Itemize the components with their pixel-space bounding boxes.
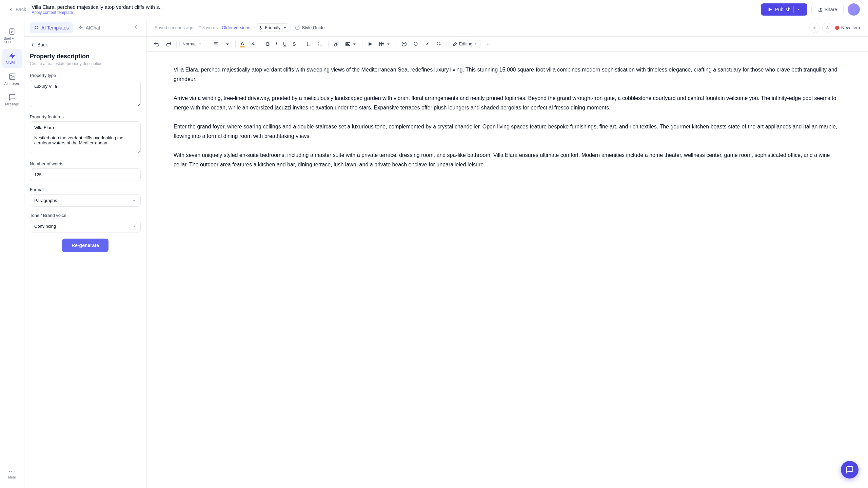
strikethrough-button[interactable]: S: [290, 40, 298, 48]
field-property-type: Property type Luxury Villa: [30, 73, 141, 108]
topbar-title-area: Villa Elara, perched majestically atop v…: [32, 4, 755, 15]
editing-selector[interactable]: Editing: [450, 40, 480, 48]
regenerate-button[interactable]: Re-generate: [62, 239, 108, 252]
word-count: 213 words: [197, 25, 218, 30]
image-button[interactable]: [343, 40, 359, 48]
format-select-wrap: Paragraphs Bullet Points Numbered List: [30, 194, 141, 207]
field-tone: Tone / Brand voice Convincing Profession…: [30, 213, 141, 232]
tab-ai-templates[interactable]: AI Templates: [30, 22, 73, 33]
chevron-down-icon: [796, 7, 801, 12]
align-chevron-button[interactable]: [222, 40, 233, 48]
divider: [793, 6, 794, 13]
new-item-badge: New Item: [835, 25, 860, 30]
special-chars-button[interactable]: [411, 40, 421, 48]
share-label: Share: [825, 7, 837, 12]
field-property-features: Property features Villa Elara Nestled at…: [30, 114, 141, 155]
format-selector[interactable]: Normal: [179, 40, 205, 48]
apply-template-link[interactable]: Apply content template: [32, 10, 755, 15]
svg-point-8: [307, 42, 308, 43]
svg-rect-5: [260, 26, 261, 28]
numbered-list-icon: 123: [318, 41, 323, 47]
chevron-left-icon: [133, 24, 139, 30]
friendly-selector[interactable]: Friendly: [254, 23, 291, 32]
tab-ai-chat-label: AIChat: [86, 25, 100, 30]
panel-back-button[interactable]: Back: [30, 42, 141, 47]
property-features-input[interactable]: Villa Elara Nestled atop the verdant cli…: [30, 121, 141, 154]
sidebar-item-message[interactable]: Message: [2, 90, 22, 109]
chevron-down-icon: [198, 42, 202, 46]
svg-rect-17: [380, 42, 384, 46]
publish-label: Publish: [775, 7, 791, 12]
table-icon: [379, 41, 384, 47]
redo-button[interactable]: [163, 40, 174, 48]
text-color-button[interactable]: A: [238, 40, 246, 48]
tab-ai-chat[interactable]: AIChat: [74, 22, 104, 33]
quote-button[interactable]: [434, 40, 444, 48]
divider: [396, 41, 396, 47]
bullet-list-button[interactable]: [304, 40, 314, 48]
emoji-button[interactable]: [399, 40, 409, 48]
play-button[interactable]: [365, 40, 375, 48]
property-type-input[interactable]: Luxury Villa: [30, 80, 141, 107]
bold-button[interactable]: B: [264, 40, 272, 48]
svg-point-9: [307, 44, 308, 44]
main-layout: Brief + SEO AI Writer AI Images Message …: [0, 19, 868, 488]
sidebar-label-more: More: [8, 475, 16, 479]
chevron-down-icon: [225, 41, 230, 47]
back-button[interactable]: Back: [8, 7, 26, 12]
text-color-label: A: [241, 41, 244, 46]
sidebar-label-ai-writer: AI Writer: [5, 61, 19, 65]
avatar[interactable]: [848, 3, 860, 16]
numbered-list-button[interactable]: 123: [315, 40, 326, 48]
bullet-list-icon: [306, 41, 312, 47]
undo-button[interactable]: [152, 40, 162, 48]
back-label: Back: [16, 7, 26, 12]
sidebar-item-more[interactable]: ··· More: [2, 465, 22, 483]
panel: AI Templates AIChat Back Property descri…: [24, 19, 146, 488]
svg-point-21: [486, 43, 486, 44]
older-versions-link[interactable]: Older versions: [222, 25, 250, 30]
sidebar-item-ai-images[interactable]: AI Images: [2, 69, 22, 89]
number-of-words-input[interactable]: [30, 168, 141, 181]
sidebar-label-message: Message: [5, 102, 19, 106]
style-guide-link[interactable]: Style Guide: [295, 25, 324, 30]
underline-button[interactable]: U: [281, 40, 289, 48]
chat-bubble-button[interactable]: [841, 461, 859, 479]
highlight-button[interactable]: [248, 40, 258, 48]
tone-select[interactable]: Convincing Professional Friendly Casual: [30, 220, 141, 232]
link-button[interactable]: [331, 40, 341, 48]
topbar-actions: Publish Share: [761, 3, 860, 16]
editor-topbar-right: New Item: [809, 23, 860, 33]
panel-collapse-button[interactable]: [131, 22, 141, 33]
circle-check-icon: [295, 25, 300, 30]
italic-button[interactable]: I: [273, 40, 279, 48]
topbar: Back Villa Elara, perched majestically a…: [0, 0, 868, 19]
sidebar-item-ai-writer[interactable]: AI Writer: [2, 49, 22, 68]
svg-marker-0: [769, 7, 772, 11]
svg-point-18: [402, 42, 407, 46]
image-icon: [8, 73, 16, 80]
user-icon: [825, 26, 829, 30]
document-icon: [8, 28, 16, 35]
lightning-icon: [8, 52, 16, 60]
divider: [328, 41, 329, 47]
chevron-down-icon: [352, 41, 357, 47]
add-collaborator-button[interactable]: [809, 23, 820, 33]
editor-body[interactable]: Villa Elara, perched majestically atop v…: [146, 52, 868, 488]
clear-format-button[interactable]: [422, 40, 432, 48]
share-button[interactable]: Share: [811, 4, 844, 15]
undo-icon: [154, 41, 160, 47]
align-button[interactable]: [211, 40, 221, 48]
svg-text:3: 3: [318, 44, 319, 46]
editor-paragraph: Enter the grand foyer, where soaring cei…: [174, 122, 841, 141]
divider: [301, 41, 301, 47]
divider: [208, 41, 208, 47]
editing-label: Editing: [459, 41, 472, 46]
sidebar-item-brief-seo[interactable]: Brief + SEO: [2, 24, 22, 47]
more-button[interactable]: [482, 40, 493, 48]
plus-icon: [812, 26, 816, 30]
emoji-icon: [401, 41, 407, 47]
table-button[interactable]: [377, 40, 393, 48]
format-select[interactable]: Paragraphs Bullet Points Numbered List: [30, 194, 141, 207]
publish-button[interactable]: Publish: [761, 3, 807, 16]
